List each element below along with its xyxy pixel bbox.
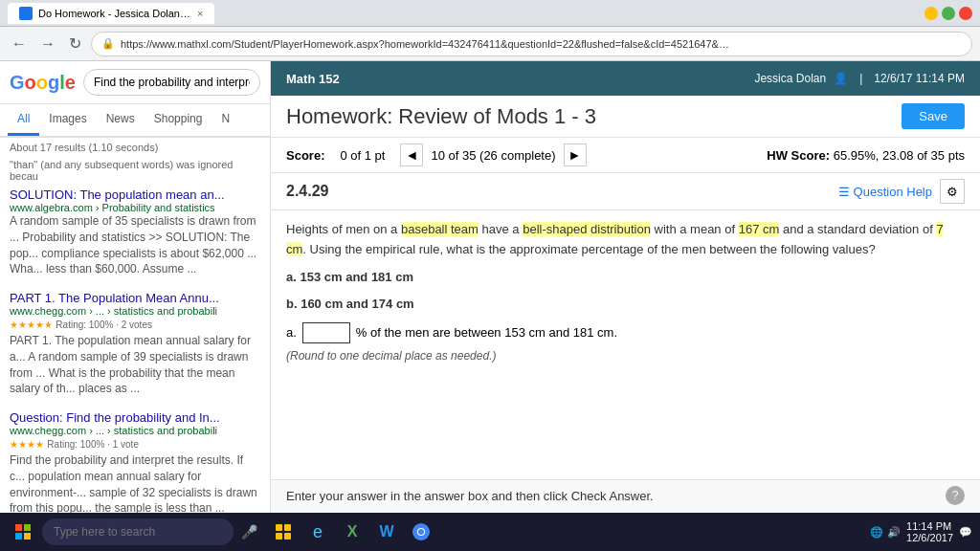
address-bar[interactable]: 🔒 https://www.mathxl.com/Student/PlayerH… [91,32,972,56]
microphone-icon[interactable]: 🎤 [241,524,257,540]
windows-icon [15,524,31,540]
question-help-btn[interactable]: ☰ Question Help [838,185,932,199]
vote-count: Rating: 100% · 1 vote [47,439,139,450]
score-bar: Score: 0 of 1 pt ◄ 10 of 35 (26 complete… [271,138,980,173]
result-url: www.chegg.com › ... › statistics and pro… [10,425,260,436]
settings-btn[interactable]: ⚙ [940,179,965,204]
notification-icon[interactable]: 💬 [959,526,972,539]
main-layout: Google All Images News Shopping N About … [0,61,980,551]
svg-point-10 [418,529,424,535]
answer-input-a[interactable] [302,322,350,343]
taskbar-explorer-icon[interactable] [269,518,298,546]
tab-more[interactable]: N [212,104,239,136]
tab-favicon [19,7,33,20]
question-body: Heights of men on a baseball team have a… [271,210,980,479]
enter-answer-text: Enter your answer in the answer box and … [286,489,654,503]
question-progress: 10 of 35 (26 complete) [427,148,559,163]
score-value: 0 of 1 pt [340,148,385,163]
course-title: Math 152 [286,72,340,86]
part-a-text: % of the men are between 153 cm and 181 … [356,323,617,343]
sub-question-a: a. 153 cm and 181 cm [286,268,965,288]
result-snippet: ★★★★ Rating: 100% · 1 vote Find the prob… [10,436,260,517]
google-logo: Google [10,72,76,94]
sub-question-b: b. 160 cm and 174 cm [286,295,965,315]
search-results: SOLUTION: The population mean an... www.… [0,184,270,551]
taskbar-date: 12/6/2017 [906,532,953,543]
result-snippet: ★★★★★ Rating: 100% · 2 votes PART 1. The… [10,317,260,397]
taskbar-word-icon[interactable]: W [372,518,401,546]
volume-icon: 🔊 [887,526,901,539]
network-icon: 🌐 [870,526,883,539]
prev-question-btn[interactable]: ◄ [400,143,423,166]
result-url: www.algebra.com › Probability and statis… [10,202,260,213]
forward-btn[interactable]: → [36,32,59,56]
question-nav: ◄ 10 of 35 (26 complete) ► [400,143,586,166]
result-snippet: A random sample of 35 specialists is dra… [10,213,260,277]
google-header: Google [0,61,270,104]
taskbar-edge-icon[interactable]: e [303,518,332,546]
result-url: www.chegg.com › ... › statistics and pro… [10,305,260,317]
star-rating: ★★★★ [10,439,44,450]
maximize-btn[interactable] [942,7,955,20]
taskbar-right: 🌐 🔊 11:14 PM 12/6/2017 💬 [870,520,972,543]
result-item: SOLUTION: The population mean an... www.… [10,187,260,277]
system-tray: 🌐 🔊 [870,526,901,539]
question-actions: ☰ Question Help ⚙ [838,179,965,204]
footer-top: Enter your answer in the answer box and … [271,480,980,511]
close-btn[interactable] [959,7,972,20]
result-title[interactable]: PART 1. The Population Mean Annu... [10,291,260,305]
question-number: 2.4.29 [286,183,328,200]
tab-all[interactable]: All [8,104,39,136]
svg-rect-2 [15,533,22,540]
user-name: Jessica Dolan [754,72,826,85]
result-title[interactable]: Question: Find the probability and In... [10,410,260,425]
hw-name: Homework: Review of Mods 1 - 3 [286,104,596,129]
minimize-btn[interactable] [924,7,938,20]
user-info: Jessica Dolan 👤 | 12/6/17 11:14 PM [754,72,965,85]
svg-rect-0 [15,524,22,531]
window-controls [924,7,972,20]
start-btn[interactable] [8,520,38,543]
save-button[interactable]: Save [902,103,965,129]
list-icon: ☰ [838,185,850,199]
search-meta: About 17 results (1.10 seconds) [0,138,270,157]
score-label: Score: [286,148,324,163]
google-tabs: All Images News Shopping N [0,104,270,138]
hw-date: 12/6/17 11:14 PM [874,72,965,85]
google-search-input[interactable] [83,69,260,96]
tab-close-btn[interactable]: × [197,8,203,19]
part-a-label: a. [286,323,297,343]
tab-news[interactable]: News [97,104,145,136]
taskbar-chrome-icon[interactable] [407,518,435,546]
taskbar-excel-icon[interactable]: X [338,518,367,546]
lock-icon: 🔒 [101,37,115,50]
hw-header: Math 152 Jessica Dolan 👤 | 12/6/17 11:14… [271,61,980,96]
back-btn[interactable]: ← [8,32,31,56]
svg-rect-7 [284,533,291,540]
user-icon: 👤 [834,72,848,85]
tab-title: Do Homework - Jessica Dolan - Google Chr… [38,8,191,19]
help-icon-btn[interactable]: ? [946,486,965,505]
taskbar-time: 11:14 PM [906,520,953,532]
star-rating: ★★★★★ [10,320,53,330]
question-text: Heights of men on a baseball team have a… [286,220,965,260]
vote-count: Rating: 100% · 2 votes [56,320,152,330]
svg-rect-1 [24,524,31,531]
reload-btn[interactable]: ↻ [65,31,85,56]
svg-rect-4 [276,524,282,531]
taskbar-icons: e X W [269,518,435,546]
result-title[interactable]: SOLUTION: The population mean an... [10,187,260,202]
url-text: https://www.mathxl.com/Student/PlayerHom… [121,38,733,50]
answer-line-a: a. % of the men are between 153 cm and 1… [286,322,965,343]
tab-shopping[interactable]: Shopping [145,104,212,136]
homework-panel: Math 152 Jessica Dolan 👤 | 12/6/17 11:14… [271,61,980,551]
tab-images[interactable]: Images [39,104,96,136]
next-question-btn[interactable]: ► [564,143,587,166]
browser-tab[interactable]: Do Homework - Jessica Dolan - Google Chr… [8,3,214,24]
google-panel: Google All Images News Shopping N About … [0,61,271,551]
hw-score: HW Score: 65.95%, 23.08 of 35 pts [767,148,965,163]
taskbar-search-input[interactable] [42,518,234,545]
round-note: (Round to one decimal place as needed.) [286,347,965,365]
ignored-text: "than" (and any subsequent words) was ig… [0,157,270,184]
result-item: PART 1. The Population Mean Annu... www.… [10,291,260,397]
